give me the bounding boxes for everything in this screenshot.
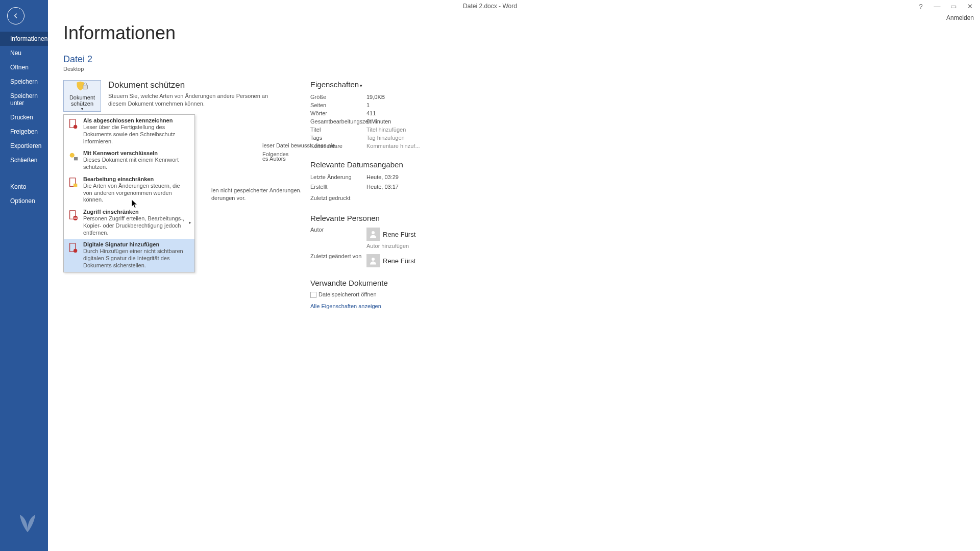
sidebar-item-konto[interactable]: Konto — [0, 180, 48, 194]
protect-button-label: Dokument schützen — [64, 94, 101, 107]
protect-section-desc: Steuern Sie, welche Arten von Änderungen… — [108, 92, 277, 108]
document-badge-icon — [68, 118, 79, 130]
sidebar-item-schliessen[interactable]: Schließen — [0, 153, 48, 167]
modified-by-person[interactable]: Rene Fürst — [366, 254, 433, 267]
menu-item-encrypt-password[interactable]: Mit Kennwort verschlüsselnDieses Dokumen… — [64, 147, 194, 173]
back-arrow-icon — [12, 12, 20, 20]
avatar-icon — [366, 228, 380, 241]
folder-icon — [310, 292, 316, 298]
shield-lock-icon — [75, 81, 89, 93]
sidebar-item-speichern[interactable]: Speichern — [0, 74, 48, 89]
menu-item-restrict-access[interactable]: Zugriff einschränkenPersonen Zugriff ert… — [64, 206, 194, 239]
add-author-link[interactable]: Autor hinzufügen — [366, 243, 433, 249]
document-lock-icon — [68, 177, 79, 188]
page-title: Informationen — [63, 22, 965, 44]
svg-point-13 — [372, 258, 375, 261]
protect-document-menu: Als abgeschlossen kennzeichnenLeser über… — [63, 114, 195, 272]
svg-point-3 — [70, 153, 75, 158]
sidebar-item-oeffnen[interactable]: Öffnen — [0, 60, 48, 74]
backstage-sidebar: Informationen Neu Öffnen Speichern Speic… — [0, 0, 48, 551]
tags-field[interactable]: Tag hinzufügen — [366, 135, 433, 141]
comments-field[interactable]: Kommentare hinzuf... — [366, 143, 433, 149]
backstage-content: Informationen Datei 2 Desktop Dokument s… — [48, 0, 980, 551]
sidebar-item-informationen[interactable]: Informationen — [0, 32, 48, 46]
bg-fragment: derungen vor. — [211, 194, 344, 203]
sidebar-item-freigeben[interactable]: Freigeben — [0, 124, 48, 139]
sidebar-item-speichern-unter[interactable]: Speichern unter — [0, 89, 48, 110]
title-field[interactable]: Titel hinzufügen — [366, 127, 433, 133]
related-docs-heading: Verwandte Dokumente — [310, 279, 433, 287]
back-button[interactable] — [7, 7, 24, 24]
svg-rect-0 — [83, 85, 88, 89]
svg-rect-4 — [74, 157, 78, 160]
file-name: Datei 2 — [63, 54, 965, 65]
file-location: Desktop — [63, 66, 965, 72]
bg-fragment: es Autors — [262, 155, 334, 163]
show-all-properties-link[interactable]: Alle Eigenschaften anzeigen — [310, 303, 433, 309]
protect-document-button[interactable]: Dokument schützen ▾ — [63, 80, 101, 112]
sidebar-item-optionen[interactable]: Optionen — [0, 194, 48, 208]
svg-rect-6 — [74, 184, 77, 187]
menu-item-mark-final[interactable]: Als abgeschlossen kennzeichnenLeser über… — [64, 115, 194, 147]
svg-point-11 — [74, 249, 77, 253]
open-file-location-link[interactable]: Dateispeicherort öffnen — [310, 291, 433, 298]
svg-rect-9 — [74, 218, 77, 219]
info-left-column: Dokument schützen ▾ Dokument schützen St… — [63, 80, 307, 309]
avatar-icon — [366, 254, 380, 267]
document-signature-icon — [68, 242, 79, 254]
menu-item-digital-signature[interactable]: Digitale Signatur hinzufügenDurch Hinzuf… — [64, 239, 194, 271]
svg-point-2 — [74, 125, 77, 129]
menu-item-restrict-editing[interactable]: Bearbeitung einschränkenDie Arten von Än… — [64, 173, 194, 206]
svg-point-12 — [372, 231, 375, 234]
properties-heading[interactable]: Eigenschaften▾ — [310, 80, 433, 89]
people-heading: Relevante Personen — [310, 214, 433, 222]
submenu-arrow-icon: ▸ — [189, 220, 191, 225]
protect-section-title: Dokument schützen — [108, 80, 277, 90]
butterfly-logo-icon — [14, 510, 41, 539]
document-block-icon — [68, 210, 79, 221]
sidebar-item-drucken[interactable]: Drucken — [0, 110, 48, 124]
key-lock-icon — [68, 151, 79, 162]
author-person[interactable]: Rene Fürst — [366, 228, 433, 241]
sidebar-item-neu[interactable]: Neu — [0, 46, 48, 60]
sidebar-item-exportieren[interactable]: Exportieren — [0, 139, 48, 153]
